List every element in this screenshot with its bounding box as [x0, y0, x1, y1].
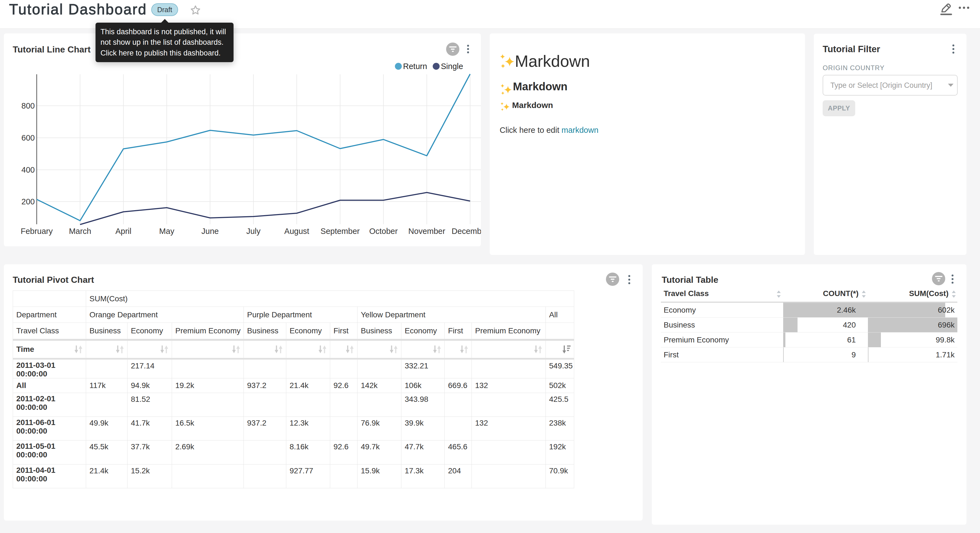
svg-text:March: March — [69, 227, 91, 236]
svg-text:August: August — [284, 227, 309, 236]
svg-text:December: December — [452, 227, 481, 236]
svg-text:November: November — [408, 227, 445, 236]
svg-text:400: 400 — [22, 166, 35, 174]
svg-text:February: February — [21, 227, 53, 236]
svg-text:Return: Return — [403, 62, 427, 71]
svg-text:Single: Single — [441, 62, 463, 71]
svg-text:800: 800 — [22, 101, 35, 110]
svg-text:October: October — [369, 227, 398, 236]
svg-text:July: July — [246, 227, 261, 236]
svg-text:May: May — [159, 227, 175, 236]
svg-text:200: 200 — [22, 197, 35, 206]
svg-text:June: June — [202, 227, 219, 236]
svg-text:September: September — [320, 227, 360, 236]
svg-text:600: 600 — [22, 133, 35, 142]
svg-text:April: April — [115, 227, 131, 236]
